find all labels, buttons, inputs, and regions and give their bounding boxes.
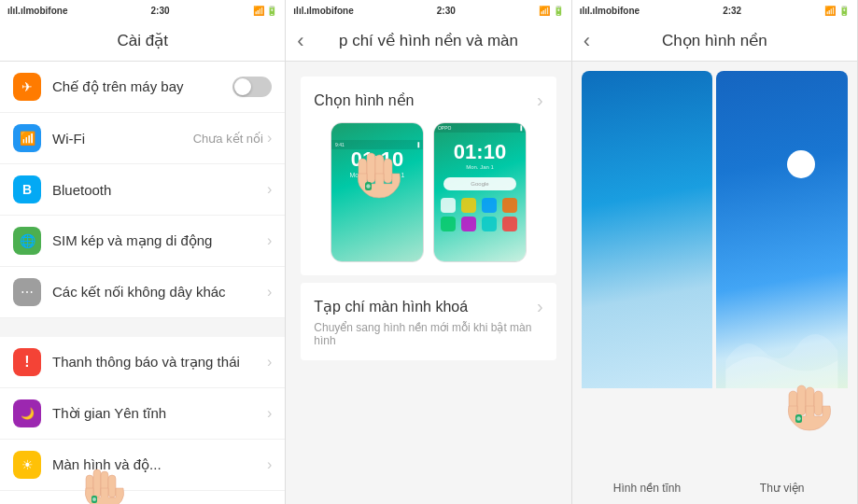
settings-item-other[interactable]: ⋯ Các kết nối không dây khác › (0, 267, 285, 318)
carrier-2: ılıl.ılmobifone (293, 6, 353, 16)
battery-2: 📶 🔋 (539, 6, 564, 16)
wallpaper-thumbnails: 9:41 ▐ 01:10 Monday, January 1 OPPO ▐ (314, 122, 542, 262)
display-chevron: › (267, 456, 272, 473)
header-wallpaper: ‹ p chí về hình nền và màn (286, 21, 570, 62)
quiet-icon: 🌙 (13, 399, 41, 427)
static-label: Hình nền tĩnh (613, 482, 681, 495)
library-label: Thư viện (760, 482, 805, 495)
header-settings: Cài đặt (0, 21, 285, 62)
settings-item-wallpaper[interactable]: 🖼 Tạp chí về hình nền và màn hình khoá › (0, 491, 285, 504)
other-chevron: › (267, 284, 272, 301)
section-gap-1 (0, 318, 285, 337)
carrier-3: ılıl.ılmobifone (580, 6, 640, 16)
quiet-chevron: › (267, 405, 272, 422)
wifi-chevron: › (267, 130, 272, 147)
battery-1: 📶 🔋 (253, 6, 278, 16)
time-2: 2:30 (437, 6, 456, 16)
back-button-3[interactable]: ‹ (584, 29, 590, 53)
lockscreen-thumb[interactable]: 9:41 ▐ 01:10 Monday, January 1 (331, 122, 424, 262)
wifi-label: Wi-Fi (52, 131, 193, 147)
settings-item-wifi[interactable]: 📶 Wi-Fi Chưa kết nối › (0, 113, 285, 164)
airplane-label: Chế độ trên máy bay (52, 78, 232, 95)
airplane-toggle[interactable] (232, 77, 272, 97)
sim-chevron: › (267, 232, 272, 249)
library-wallpaper-img (716, 71, 848, 476)
quiet-label: Thời gian Yên tĩnh (52, 405, 267, 422)
status-bar-1: ılıl.ılmobifone 2:30 📶 🔋 (0, 0, 285, 21)
settings-item-airplane[interactable]: ✈ Chế độ trên máy bay (0, 62, 285, 113)
display-icon: ☀ (13, 451, 41, 479)
wallpaper-page-title: p chí về hình nền và màn (339, 31, 518, 50)
moon-shape (787, 150, 815, 178)
bluetooth-icon: B (13, 175, 41, 203)
wallpaper-options-grid: Hình nền tĩnh Thư viện (572, 62, 857, 504)
time-3: 2:32 (723, 6, 741, 16)
magazine-subtitle: Chuyển sang hình nền mới mỗi khi bật màn… (314, 321, 542, 347)
settings-item-display[interactable]: ☀ Màn hình và độ... › (0, 440, 285, 491)
settings-list: ✈ Chế độ trên máy bay 📶 Wi-Fi Chưa kết n… (0, 62, 285, 504)
settings-item-notifications[interactable]: ! Thanh thông báo và trạng thái › (0, 337, 285, 388)
homescreen-thumb[interactable]: OPPO ▐ 01:10 Mon. Jan 1 Google (433, 122, 527, 262)
static-wallpaper-img (582, 71, 713, 476)
magazine-title: Tạp chí màn hình khoá (314, 298, 468, 315)
carrier-1: ılıl.ılmobifone (7, 6, 67, 16)
wifi-status: Chưa kết nối (193, 132, 263, 146)
magazine-section[interactable]: Tạp chí màn hình khoá › Chuyển sang hình… (301, 283, 556, 360)
settings-item-sim[interactable]: 🌐 SIM kép và mạng di động › (0, 216, 285, 267)
notifications-label: Thanh thông báo và trạng thái (52, 354, 267, 371)
settings-title: Cài đặt (117, 31, 167, 50)
magazine-chevron: › (537, 296, 543, 317)
home-time: 01:10 (454, 140, 506, 164)
notifications-icon: ! (13, 348, 41, 376)
time-1: 2:30 (150, 6, 169, 16)
status-bar-3: ılıl.ılmobifone 2:32 📶 🔋 (572, 0, 857, 21)
header-choose: ‹ Chọn hình nền (572, 21, 857, 62)
choose-wallpaper-title: Chọn hình nền (314, 91, 414, 109)
lock-date: Monday, January 1 (349, 172, 404, 178)
back-button-2[interactable]: ‹ (297, 29, 303, 53)
lock-time: 01:10 (351, 149, 403, 170)
choose-chevron: › (537, 90, 543, 111)
display-label: Màn hình và độ... (52, 456, 267, 473)
sim-icon: 🌐 (13, 227, 41, 255)
wifi-icon: 📶 (13, 124, 41, 152)
panel-settings: ılıl.ılmobifone 2:30 📶 🔋 Cài đặt ✈ Chế đ… (0, 0, 286, 504)
panel-choose-wallpaper: ılıl.ılmobifone 2:32 📶 🔋 ‹ Chọn hình nền… (572, 0, 858, 504)
static-wallpaper-card[interactable]: Hình nền tĩnh (582, 71, 713, 495)
home-search: Google (443, 177, 516, 190)
choose-wallpaper-page-title: Chọn hình nền (662, 31, 767, 50)
home-date: Mon. Jan 1 (466, 164, 494, 170)
notifications-chevron: › (267, 354, 272, 371)
other-label: Các kết nối không dây khác (52, 284, 267, 301)
panel-wallpaper: ılıl.ılmobifone 2:30 📶 🔋 ‹ p chí về hình… (286, 0, 571, 504)
other-icon: ⋯ (13, 278, 41, 306)
bluetooth-chevron: › (267, 181, 272, 198)
wallpaper-content: Chọn hình nền › 9:41 ▐ 01:10 Monday, Jan… (286, 62, 570, 504)
sim-label: SIM kép và mạng di động (52, 232, 267, 249)
battery-3: 📶 🔋 (824, 6, 850, 16)
settings-item-bluetooth[interactable]: B Bluetooth › (0, 164, 285, 216)
home-app-grid (441, 198, 518, 231)
settings-item-quiet[interactable]: 🌙 Thời gian Yên tĩnh › (0, 388, 285, 440)
bluetooth-label: Bluetooth (52, 182, 267, 198)
library-wallpaper-card[interactable]: Thư viện (716, 71, 848, 495)
status-bar-2: ılıl.ılmobifone 2:30 📶 🔋 (286, 0, 570, 21)
airplane-icon: ✈ (13, 73, 41, 101)
